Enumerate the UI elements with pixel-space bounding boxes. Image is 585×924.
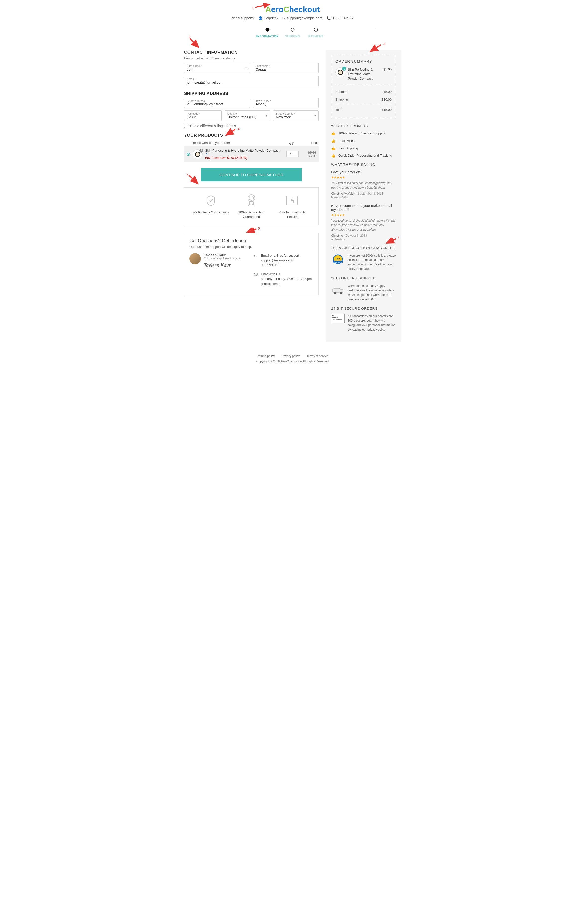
country-select[interactable]: [227, 115, 268, 119]
contact-box-sub: Our customer support will be happy to he…: [190, 245, 313, 249]
star-rating: ★★★★★: [331, 213, 396, 217]
contact-box: Got Questions? Get in touch Our customer…: [184, 233, 319, 295]
summary-thumbnail: 1: [335, 68, 345, 78]
lock-window-icon: [274, 193, 311, 207]
city-input[interactable]: [256, 102, 316, 106]
footer-refund[interactable]: Refund policy: [257, 354, 275, 358]
thumb-up-icon: 👍: [331, 146, 335, 150]
signature: Tavleen Kaur: [204, 262, 241, 268]
ribbon-icon: [233, 193, 269, 207]
state-select[interactable]: [276, 115, 316, 119]
first-name-input[interactable]: [187, 68, 247, 71]
thumb-up-icon: 👍: [331, 139, 335, 143]
step-shipping: SHIPPING: [285, 35, 300, 38]
annotation-5: 5: [187, 173, 189, 177]
svg-rect-9: [291, 200, 294, 203]
support-email[interactable]: ✉ support@example.com: [282, 16, 322, 20]
support-phone[interactable]: 📞 844-440-2777: [326, 16, 354, 20]
mandatory-hint: Fields marked with * are mandatory: [184, 56, 319, 60]
summary-item-price: $5.00: [383, 68, 392, 71]
logo: AeroCheckout: [184, 5, 401, 14]
qty-input[interactable]: [286, 151, 299, 157]
satisfaction-text: If you are not 100% satisfied, please co…: [347, 253, 396, 271]
orders-text: We've made as many happy customers as th…: [347, 284, 396, 302]
svg-line-11: [370, 45, 381, 51]
annotation-3: 3: [383, 42, 385, 46]
orders-heading: 2618 ORDERS SHIPPED: [331, 276, 396, 280]
footer-terms[interactable]: Terms of service: [307, 354, 328, 358]
avatar: [190, 253, 201, 264]
svg-line-4: [189, 175, 198, 183]
svg-point-19: [334, 292, 336, 294]
continue-button[interactable]: CONTINUE TO SHIPPING METHOD: [201, 168, 302, 182]
svg-rect-18: [340, 289, 343, 292]
external-link-icon[interactable]: ↗: [205, 152, 284, 156]
svg-text:SATISFACTION: SATISFACTION: [332, 261, 343, 263]
step-information: INFORMATION: [256, 35, 279, 38]
svg-text:100%: 100%: [335, 258, 340, 260]
testimonial-title: Love your products!: [331, 170, 396, 174]
shipping-heading: SHIPPING ADDRESS: [184, 91, 319, 96]
secure-text: All transactions on our servers are 100%…: [347, 314, 396, 332]
product-radio[interactable]: [187, 152, 190, 156]
postcode-input[interactable]: [187, 115, 219, 119]
footer-privacy[interactable]: Privacy policy: [281, 354, 300, 358]
contact-role: Customer Happiness Manager: [204, 257, 241, 260]
products-heading: YOUR PRODUCTS: [184, 133, 319, 138]
testimonial-title: Have recommended your makeup to all my f…: [331, 204, 396, 212]
street-input[interactable]: [187, 102, 247, 106]
svg-point-20: [340, 292, 342, 294]
billing-checkbox[interactable]: Use a different billing address: [184, 124, 319, 128]
contact-card-icon: ▭: [245, 66, 248, 70]
mail-icon: ✉: [254, 253, 258, 268]
svg-line-10: [247, 229, 256, 232]
star-rating: ★★★★★: [331, 176, 396, 179]
thumb-up-icon: 👍: [331, 154, 335, 158]
qty-header: Qty: [281, 141, 301, 145]
testimonial-body: Your testimonial 2 should highlight how …: [331, 218, 396, 232]
step-information-dot: [265, 28, 269, 31]
contact-name: Tavleen Kaur: [204, 253, 241, 257]
products-hint: Here's what's in your order: [184, 141, 281, 145]
secure-heading: 24 BIT SECURE ORDERS: [331, 307, 396, 310]
order-summary: ORDER SUMMARY 1 Skin Perfecting & Hydrat…: [331, 55, 396, 118]
step-shipping-dot: [291, 28, 294, 31]
product-thumbnail: 1: [193, 149, 203, 159]
satisfaction-heading: 100% SATISFACTION GUARANTEE: [331, 246, 396, 250]
trust-badges: We Protects Your Privacy 100% Satisfacti…: [184, 187, 319, 225]
product-row[interactable]: 1 Skin Perfecting & Hydrating Matte Powd…: [184, 146, 319, 162]
svg-line-2: [190, 38, 199, 47]
shield-icon: [192, 193, 229, 207]
annotation-7: 7: [397, 236, 399, 240]
email-input[interactable]: [187, 80, 316, 84]
van-icon: [331, 284, 345, 297]
product-deal: Buy 1 and Save $2.00 (28.57%): [205, 156, 284, 160]
annotation-6: 6: [258, 226, 260, 230]
ssl-badge-icon: SSLSecureConnection: [331, 314, 345, 323]
chevron-down-icon: ▼: [265, 114, 268, 117]
contact-heading: CONTACT INFORMATION: [184, 50, 319, 55]
testimonials-heading: WHAT THEY'RE SAYING: [331, 163, 396, 167]
helpdesk-link[interactable]: 👤 Helpdesk: [258, 16, 278, 20]
chat-icon: 💬: [254, 272, 258, 286]
summary-title: ORDER SUMMARY: [335, 59, 392, 63]
checkout-steps: INFORMATION SHIPPING PAYMENT: [209, 28, 376, 40]
footer: Refund policy Privacy policy Terms of se…: [184, 354, 401, 363]
chevron-down-icon: ▼: [314, 114, 316, 117]
testimonial-body: Your first testimonial should highlight …: [331, 181, 396, 190]
step-payment: PAYMENT: [309, 35, 323, 38]
last-name-input[interactable]: [256, 68, 316, 71]
contact-box-title: Got Questions? Get in touch: [190, 238, 313, 243]
price-old: $7.00: [301, 150, 316, 154]
svg-rect-17: [332, 288, 340, 292]
satisfaction-badge-icon: SATISFACTION100%: [331, 253, 345, 267]
header: AeroCheckout Need support? 👤 Helpdesk ✉ …: [184, 5, 401, 20]
price-header: Price: [301, 141, 319, 145]
thumb-up-icon: 👍: [331, 131, 335, 135]
product-name: Skin Perfecting & Hydrating Matte Powder…: [205, 148, 284, 152]
price-new: $5.00: [301, 154, 316, 158]
summary-item-name: Skin Perfecting & Hydrating Matte Powder…: [348, 68, 381, 81]
step-payment-dot: [314, 28, 318, 31]
why-heading: WHY BUY FROM US: [331, 124, 396, 128]
support-label: Need support?: [231, 16, 254, 20]
